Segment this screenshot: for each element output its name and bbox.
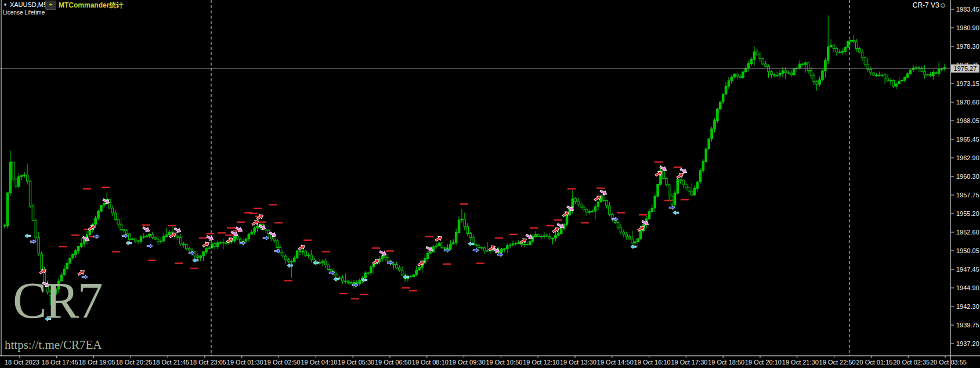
candle-body <box>717 109 719 121</box>
time-tick-label[interactable]: 19 Oct 17:30 <box>671 359 707 366</box>
candle-body <box>123 230 125 231</box>
candle-body <box>898 81 901 84</box>
candle-body <box>546 236 548 236</box>
candle-body <box>75 251 77 254</box>
candle-body <box>705 149 707 161</box>
candle-body <box>549 236 551 239</box>
candle-body <box>771 71 773 74</box>
time-tick-label[interactable]: 18 Oct 17:45 <box>42 359 78 366</box>
price-tick-label[interactable]: 1962.90 <box>956 154 979 161</box>
candle-body <box>396 265 398 268</box>
candle-body <box>941 69 943 70</box>
candle-body <box>625 234 628 236</box>
candle-body <box>558 233 560 235</box>
time-tick-label[interactable]: 19 Oct 16:10 <box>634 359 671 366</box>
time-tick-label[interactable]: 19 Oct 18:50 <box>708 359 744 366</box>
price-tick-label[interactable]: 1983.45 <box>956 6 979 13</box>
candle-body <box>827 46 830 60</box>
candle-body <box>359 280 361 283</box>
time-tick-label[interactable]: 20 Oct 03:55 <box>930 359 967 366</box>
candle-body <box>515 244 517 244</box>
add-indicator-button[interactable]: + <box>45 1 56 10</box>
candle-body <box>109 200 111 208</box>
price-tick-label[interactable]: 1970.60 <box>956 99 979 106</box>
candle-body <box>588 211 591 212</box>
candle-body <box>15 179 17 186</box>
candle-body <box>415 270 418 275</box>
price-tick-label[interactable]: 1980.90 <box>956 24 979 31</box>
price-tick-label[interactable]: 1957.75 <box>956 192 979 199</box>
candle-body <box>216 243 219 247</box>
candle-body <box>708 139 710 149</box>
time-tick-label[interactable]: 19 Oct 09:30 <box>449 359 486 366</box>
time-tick-label[interactable]: 18 Oct 2023 <box>5 359 39 366</box>
time-tick-label[interactable]: 19 Oct 13:30 <box>560 359 596 366</box>
time-tick-label[interactable]: 19 Oct 12:10 <box>523 359 559 366</box>
time-tick-label[interactable]: 19 Oct 04:10 <box>301 359 337 366</box>
price-tick-label[interactable]: 1968.05 <box>956 117 979 124</box>
price-tick-label[interactable]: 1952.60 <box>956 229 979 236</box>
price-tick-label[interactable]: 1937.20 <box>956 340 979 347</box>
chevron-down-icon[interactable]: ▼ <box>3 2 8 8</box>
candle-body <box>850 41 852 42</box>
price-tick-label[interactable]: 1973.15 <box>956 80 979 87</box>
candle-body <box>762 59 764 64</box>
time-tick-label[interactable]: 18 Oct 21:45 <box>153 359 189 366</box>
price-tick-label[interactable]: 1944.90 <box>956 284 979 291</box>
time-tick-label[interactable]: 19 Oct 21:30 <box>782 359 819 366</box>
candle-body <box>696 182 699 188</box>
price-tick-label[interactable]: 1955.20 <box>956 210 979 217</box>
candle-body <box>935 72 937 73</box>
price-tick-label[interactable]: 1978.30 <box>956 43 979 50</box>
candle-body <box>114 213 117 220</box>
time-tick-label[interactable]: 19 Oct 05:30 <box>338 359 374 366</box>
candle-body <box>739 76 742 77</box>
time-tick-label[interactable]: 19 Oct 06:50 <box>375 359 411 366</box>
candle-body <box>512 244 514 245</box>
candle-body <box>858 48 860 52</box>
price-tick-label[interactable]: 1939.75 <box>956 322 979 329</box>
candle-body <box>691 191 693 195</box>
time-tick-label[interactable]: 19 Oct 02:50 <box>264 359 301 366</box>
candle-body <box>711 129 713 139</box>
candle-body <box>807 63 809 70</box>
time-tick-label[interactable]: 18 Oct 20:25 <box>115 359 152 366</box>
candle-body <box>742 72 744 78</box>
time-tick-label[interactable]: 19 Oct 10:50 <box>486 359 522 366</box>
time-tick-label[interactable]: 19 Oct 08:10 <box>412 359 449 366</box>
candle-body <box>782 71 784 73</box>
price-tick-label[interactable]: 1942.30 <box>956 303 979 310</box>
candle-body <box>938 69 940 73</box>
time-tick-label[interactable]: 19 Oct 14:50 <box>597 359 634 366</box>
candle-body <box>384 256 386 258</box>
time-tick-label[interactable]: 19 Oct 20:10 <box>745 359 782 366</box>
candle-body <box>469 234 472 238</box>
price-tick-label[interactable]: 1950.05 <box>956 247 979 254</box>
candle-body <box>750 59 753 63</box>
candle-body <box>26 175 28 181</box>
candle-body <box>458 220 460 233</box>
candle-body <box>72 254 74 258</box>
candle-body <box>248 234 250 239</box>
candle-body <box>836 49 838 52</box>
candle-body <box>666 178 668 185</box>
candle-body <box>501 249 503 252</box>
time-tick-label[interactable]: 19 Oct 22:50 <box>819 359 856 366</box>
time-tick-label[interactable]: 18 Oct 19:05 <box>79 359 115 366</box>
time-tick-label[interactable]: 20 Oct 02:35 <box>893 359 930 366</box>
candle-body <box>819 80 821 84</box>
candle-body <box>197 256 199 258</box>
time-tick-label[interactable]: 18 Oct 23:05 <box>190 359 226 366</box>
time-tick-label[interactable]: 19 Oct 01:30 <box>227 359 263 366</box>
candle-body <box>674 193 676 204</box>
time-tick-label[interactable]: 20 Oct 01:15 <box>856 359 892 366</box>
price-tick-label[interactable]: 1960.30 <box>956 173 979 180</box>
price-tick-label[interactable]: 1965.45 <box>956 136 979 143</box>
price-chart-canvas[interactable]: 1983.451980.901978.301975.751973.151970.… <box>0 0 980 368</box>
candle-body <box>895 84 898 86</box>
candle-body <box>467 226 469 233</box>
price-tick-label[interactable]: 1947.45 <box>956 266 979 273</box>
candle-body <box>801 64 804 64</box>
candle-body <box>103 203 106 205</box>
candle-body <box>296 251 298 258</box>
